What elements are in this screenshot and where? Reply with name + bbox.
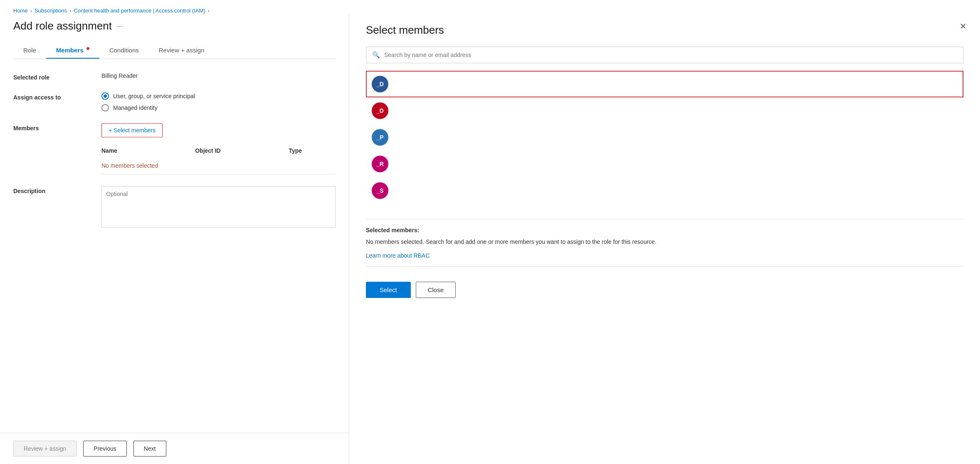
breadcrumb-home[interactable]: Home xyxy=(13,7,28,14)
close-button[interactable]: Close xyxy=(416,282,456,298)
members-empty-state: No members selected xyxy=(101,157,336,174)
selected-role-value: Billing Reader xyxy=(101,72,336,79)
selected-members-label: Selected members: xyxy=(366,227,963,233)
col-header-type: Type xyxy=(289,147,336,154)
panel-title: Select members xyxy=(366,24,963,37)
avatar-circle-0: _D xyxy=(372,76,388,92)
col-header-objectid: Object ID xyxy=(195,147,289,154)
members-table: Name Object ID Type No members selected xyxy=(101,144,336,174)
assign-access-row: Assign access to User, group, or service… xyxy=(13,92,336,112)
radio-user-group-label: User, group, or service principal xyxy=(113,93,195,99)
tabs: Role Members Conditions Review + assign xyxy=(13,42,336,59)
breadcrumb-access-control[interactable]: Content health and performance | Access … xyxy=(74,7,205,14)
description-label: Description xyxy=(13,186,88,194)
breadcrumb: Home › Subscriptions › Content health an… xyxy=(0,0,980,14)
right-panel: ✕ Select members 🔍 _D_D_P_R_S Selected m… xyxy=(349,14,980,464)
ellipsis-menu[interactable]: ··· xyxy=(117,22,123,30)
search-icon: 🔍 xyxy=(372,51,380,59)
col-header-name: Name xyxy=(101,147,195,154)
avatar-item-0[interactable]: _D xyxy=(366,71,963,97)
members-dot xyxy=(86,47,89,50)
page-title: Add role assignment ··· xyxy=(13,20,336,32)
search-input[interactable] xyxy=(384,52,957,58)
no-members-text: No members selected. Search for and add … xyxy=(366,238,963,246)
left-panel: Add role assignment ··· Role Members Con… xyxy=(0,14,349,464)
radio-user-group[interactable]: User, group, or service principal xyxy=(101,92,336,100)
tab-review-assign[interactable]: Review + assign xyxy=(149,42,215,59)
assign-access-label: Assign access to xyxy=(13,92,88,101)
description-textarea[interactable] xyxy=(101,186,336,228)
avatar-item-4[interactable]: _S xyxy=(366,177,963,204)
avatar-item-2[interactable]: _P xyxy=(366,124,963,151)
next-button[interactable]: Next xyxy=(133,441,166,457)
members-row: Members + Select members Name Object ID … xyxy=(13,123,336,174)
action-buttons: Select Close xyxy=(366,282,963,298)
tab-members[interactable]: Members xyxy=(46,42,99,59)
avatar-circle-4: _S xyxy=(372,182,388,199)
avatar-item-3[interactable]: _R xyxy=(366,151,963,177)
members-label: Members xyxy=(13,123,88,132)
selected-role-label: Selected role xyxy=(13,72,88,81)
close-icon[interactable]: ✕ xyxy=(960,22,967,30)
avatar-list: _D_D_P_R_S xyxy=(366,71,963,204)
divider-2 xyxy=(366,266,963,267)
radio-user-group-circle xyxy=(101,92,109,100)
tab-role[interactable]: Role xyxy=(13,42,46,59)
select-button[interactable]: Select xyxy=(366,282,411,298)
previous-button[interactable]: Previous xyxy=(83,441,126,457)
search-box: 🔍 xyxy=(366,47,963,63)
bottom-bar: Review + assign Previous Next xyxy=(0,433,349,464)
avatar-item-1[interactable]: _D xyxy=(366,97,963,124)
learn-more-rbac-link[interactable]: Learn more about RBAC xyxy=(366,252,963,259)
review-assign-button: Review + assign xyxy=(13,441,77,457)
assign-access-radio-group: User, group, or service principal Manage… xyxy=(101,92,336,112)
radio-managed-identity-circle xyxy=(101,104,109,112)
avatar-circle-3: _R xyxy=(372,156,388,172)
breadcrumb-subscriptions[interactable]: Subscriptions xyxy=(35,7,67,14)
radio-managed-identity[interactable]: Managed identity xyxy=(101,104,336,112)
selected-role-row: Selected role Billing Reader xyxy=(13,72,336,81)
description-row: Description xyxy=(13,186,336,229)
select-members-button[interactable]: + Select members xyxy=(101,123,163,137)
avatar-circle-2: _P xyxy=(372,129,388,146)
radio-managed-identity-label: Managed identity xyxy=(113,104,158,111)
avatar-circle-1: _D xyxy=(372,102,388,119)
divider xyxy=(366,219,963,219)
tab-conditions[interactable]: Conditions xyxy=(99,42,149,59)
